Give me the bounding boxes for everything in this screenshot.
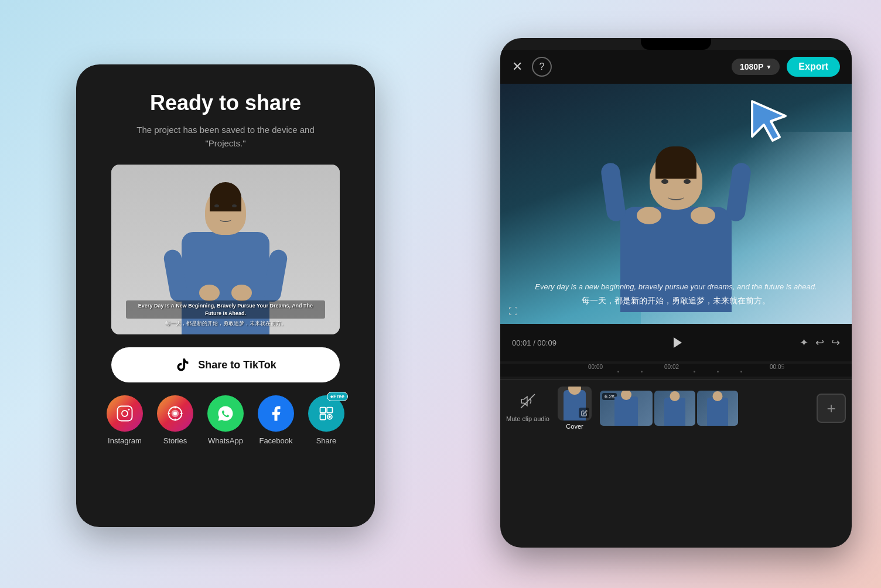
social-item-stories[interactable]: Stories	[157, 395, 193, 445]
free-badge: ●Free	[327, 392, 348, 401]
share-icon-circle: ●Free	[308, 395, 344, 432]
svg-rect-11	[327, 408, 332, 413]
subtitle-cn: 每一天，都是新的开始，勇敢追梦，未来就在前方。	[126, 320, 325, 327]
share-label: Share	[316, 436, 337, 445]
close-icon[interactable]: ✕	[512, 59, 523, 74]
facebook-icon-circle	[258, 395, 294, 432]
mute-label: Mute clip audio	[506, 415, 549, 423]
undo-icon[interactable]: ↩	[815, 336, 824, 349]
clip-2[interactable]	[654, 391, 695, 426]
person-head	[650, 151, 702, 210]
resolution-label: 1080P	[740, 62, 763, 71]
stories-label: Stories	[163, 436, 187, 445]
svg-point-2	[128, 409, 129, 411]
export-label: Export	[798, 61, 828, 71]
whatsapp-label: WhatsApp	[208, 436, 243, 445]
toolbar-left: ✕ ?	[512, 57, 552, 77]
instagram-label: Instagram	[108, 436, 142, 445]
social-item-whatsapp[interactable]: WhatsApp	[207, 395, 244, 445]
cover-label: Cover	[566, 423, 583, 430]
tiktok-icon	[175, 357, 191, 373]
svg-point-1	[122, 411, 128, 416]
timeline-mark-0: 00:00	[588, 364, 603, 370]
add-icon: +	[827, 399, 835, 418]
share-tiktok-label: Share to TikTok	[198, 359, 276, 371]
cover-thumbnail	[558, 387, 592, 421]
play-button[interactable]	[665, 330, 691, 355]
timeline-grid: 00:00 00:02 00:05	[500, 361, 852, 380]
svg-rect-12	[320, 414, 326, 419]
add-clip-button[interactable]: +	[817, 394, 846, 423]
social-item-share[interactable]: ●Free Share	[308, 395, 344, 445]
video-preview-area: Every day is a new beginning, bravely pu…	[500, 84, 852, 324]
video-subtitle-en: Every day is a new beginning, bravely pu…	[512, 281, 840, 293]
clip-3[interactable]	[697, 391, 738, 426]
cover-section[interactable]: Cover	[554, 387, 595, 430]
svg-point-5	[173, 412, 177, 415]
stories-icon-circle	[157, 395, 193, 432]
video-subtitle-cn: 每一天，都是新的开始，勇敢追梦，未来就在前方。	[512, 296, 840, 306]
subtitle-en: Every Day Is A New Beginning, Bravely Pu…	[126, 300, 325, 319]
right-controls: ✦ ↩ ↪	[800, 336, 840, 349]
cursor-arrow	[743, 98, 790, 145]
bottom-toolbar: Mute clip audio Cover	[500, 380, 852, 437]
playback-controls	[665, 330, 691, 355]
editor-toolbar: ✕ ? 1080P ▼ Export	[500, 50, 852, 84]
mute-icon[interactable]	[520, 394, 535, 412]
mute-section: Mute clip audio	[506, 394, 549, 423]
magic-icon[interactable]: ✦	[800, 336, 808, 349]
phone-notch	[641, 38, 711, 50]
ready-subtitle: The project has been saved to the device…	[126, 124, 325, 150]
share-tiktok-button[interactable]: Share to TikTok	[111, 347, 340, 382]
video-controls-bar: 00:01 / 00:09 ✦ ↩ ↪	[500, 324, 852, 361]
video-subtitle-area: Every day is a new beginning, bravely pu…	[512, 281, 840, 307]
svg-line-18	[521, 394, 535, 408]
timeline-mark-2: 00:05	[770, 364, 784, 370]
facebook-label: Facebook	[259, 436, 292, 445]
person-hair	[655, 146, 696, 179]
video-thumbnail: Every Day Is A New Beginning, Bravely Pu…	[111, 165, 340, 334]
toolbar-right: 1080P ▼ Export	[732, 57, 840, 77]
social-icons-row: Instagram Stories	[94, 395, 357, 445]
svg-rect-0	[118, 406, 132, 421]
help-icon[interactable]: ?	[532, 57, 552, 77]
fullscreen-icon[interactable]: ⛶	[508, 306, 518, 317]
resolution-chevron: ▼	[766, 64, 771, 70]
left-phone-mockup: Ready to share The project has been save…	[76, 64, 375, 527]
svg-marker-16	[674, 337, 682, 348]
timeline-clips: 6.2s	[600, 389, 812, 428]
svg-marker-19	[752, 101, 786, 141]
whatsapp-icon-circle	[207, 395, 244, 432]
social-item-facebook[interactable]: Facebook	[258, 395, 294, 445]
resolution-button[interactable]: 1080P ▼	[732, 59, 780, 75]
redo-icon[interactable]: ↪	[831, 336, 840, 349]
svg-rect-10	[320, 408, 326, 413]
social-item-instagram[interactable]: Instagram	[107, 395, 143, 445]
timeline-mark-1: 00:02	[664, 364, 679, 370]
right-phone-mockup: ✕ ? 1080P ▼ Export	[500, 38, 852, 548]
clip-1[interactable]: 6.2s	[600, 391, 653, 426]
ready-title: Ready to share	[150, 91, 301, 115]
instagram-icon-circle	[107, 395, 143, 432]
thumbnail-subtitle-overlay: Every Day Is A New Beginning, Bravely Pu…	[126, 300, 325, 327]
export-button[interactable]: Export	[787, 57, 840, 77]
time-display: 00:01 / 00:09	[512, 339, 556, 347]
